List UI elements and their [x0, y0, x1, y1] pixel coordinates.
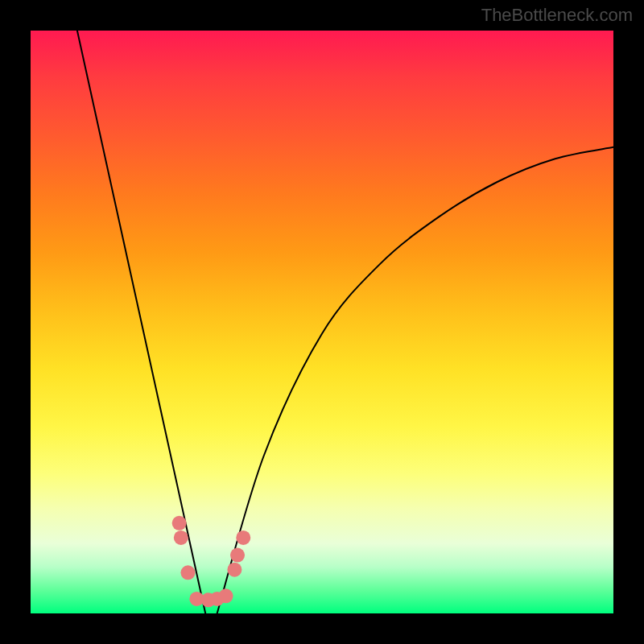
- marker-layer: [31, 31, 613, 613]
- data-marker: [236, 530, 250, 545]
- data-marker: [227, 563, 242, 577]
- data-marker: [219, 588, 233, 603]
- bottleneck-chart: [31, 31, 613, 613]
- data-marker: [180, 565, 195, 580]
- data-marker: [172, 516, 187, 530]
- data-marker: [174, 530, 188, 545]
- data-marker: [230, 548, 245, 563]
- watermark-text: TheBottleneck.com: [481, 5, 633, 26]
